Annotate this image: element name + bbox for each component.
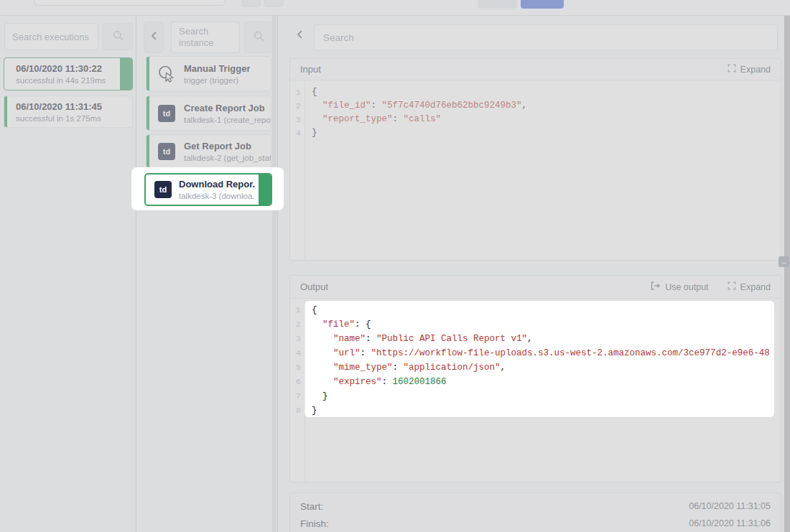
code-gutter: 1 2 3 4: [290, 80, 305, 261]
executions-search-input[interactable]: [4, 23, 98, 50]
code-line: }: [312, 126, 769, 140]
use-output-icon: [651, 281, 661, 292]
code-line: "mime_type": "application/json",: [312, 360, 769, 375]
step-subtitle: talkdesk-1 (create_repor...: [184, 116, 271, 124]
step-card-manual-trigger[interactable]: Manual Trigger trigger (trigger): [146, 56, 271, 91]
step-subtitle: talkdesk-3 (downloa...: [179, 192, 255, 200]
step-title: Manual Trigger: [184, 63, 250, 74]
code-gutter: 1 2 3 4 5 6 7 8: [290, 299, 305, 482]
expand-icon: [728, 64, 736, 75]
code-line: "expires": 1602001866: [312, 375, 769, 389]
execution-title: 06/10/2020 11:30:22: [16, 63, 118, 74]
step-success-strip: [147, 135, 149, 167]
step-success-strip: [147, 96, 149, 130]
panel-resize-bar[interactable]: [784, 16, 790, 532]
output-section: Output Use output Expand 1: [289, 275, 781, 482]
code-line: "report_type": "calls": [312, 113, 769, 126]
output-code-area: { "file": { "name": "Public API Calls Re…: [305, 299, 769, 482]
execution-card[interactable]: 06/10/2020 11:30:22 successful in 44s 21…: [4, 57, 133, 90]
topbar-button-2[interactable]: [264, 0, 284, 7]
start-row: Start: 06/10/2020 11:31:05: [290, 498, 781, 515]
output-expand-button[interactable]: Expand: [728, 281, 771, 292]
steps-scrollbar[interactable]: [272, 16, 276, 532]
steps-search-input[interactable]: Search instance: [171, 22, 240, 53]
use-output-button[interactable]: Use output: [651, 281, 708, 292]
code-line: {: [312, 85, 769, 99]
talkdesk-badge-icon: td: [158, 143, 175, 160]
step-subtitle: talkdesk-2 (get_job_stat...: [184, 154, 271, 162]
chevron-left-icon: [296, 29, 304, 42]
step-card-create-report-job[interactable]: td Create Report Job talkdesk-1 (create_…: [146, 95, 271, 131]
step-card-download-report[interactable]: td Download Repor... talkdesk-3 (downloa…: [144, 173, 272, 206]
resize-handle[interactable]: ↔: [779, 256, 789, 267]
input-code-editor: 1 2 3 4 { "file_id": "5f7c4740d76eb62bbc…: [290, 80, 781, 261]
steps-collapse-button[interactable]: [144, 22, 164, 53]
chevron-left-icon: [150, 31, 158, 44]
code-line: {: [312, 303, 769, 317]
code-line: }: [312, 403, 769, 418]
topbar: [0, 0, 790, 16]
execution-status: successful in 1s 275ms: [16, 114, 118, 123]
execution-success-bar: [120, 58, 132, 90]
step-detail-panel: Input Expand 1 2 3 4 { "file_id": "5f7c4…: [278, 16, 790, 532]
code-line: }: [312, 389, 769, 403]
steps-panel: Search instance Manual Trigger trigger (…: [136, 16, 278, 532]
search-icon: [254, 31, 264, 45]
run-times-footer: Start: 06/10/2020 11:31:05 Finish: 06/10…: [289, 493, 781, 532]
code-line: "url": "https://workflow-file-uploads.s3…: [312, 346, 769, 360]
talkdesk-badge-icon: td: [158, 105, 175, 122]
horizontal-arrows-icon: ↔: [781, 258, 787, 266]
step-title: Get Report Job: [184, 141, 271, 151]
code-line: "file": {: [312, 317, 769, 332]
search-icon: [113, 30, 124, 44]
input-section-title: Input: [300, 64, 321, 75]
detail-collapse-button[interactable]: [291, 26, 308, 46]
code-line: "file_id": "5f7c4740d76eb62bbc9249b3",: [312, 99, 769, 113]
step-subtitle: trigger (trigger): [184, 76, 250, 85]
finish-value: 06/10/2020 11:31:06: [689, 518, 771, 528]
code-line: "name": "Public API Calls Report v1",: [312, 332, 769, 346]
start-value: 06/10/2020 11:31:05: [689, 501, 771, 511]
step-title: Download Repor...: [179, 179, 255, 190]
finish-row: Finish: 06/10/2020 11:31:06: [290, 515, 781, 532]
input-section: Input Expand 1 2 3 4 { "file_id": "5f7c4…: [289, 58, 781, 261]
steps-search-button[interactable]: [244, 22, 273, 53]
workflow-debugger-screen: { "colors": { "green_accent": "#2ba05f",…: [0, 0, 790, 532]
step-title: Create Report Job: [184, 103, 271, 113]
output-code-editor: 1 2 3 4 5 6 7 8 { "file": { "name": "Pub…: [290, 299, 781, 482]
manual-trigger-icon: [157, 64, 177, 84]
input-code-area: { "file_id": "5f7c4740d76eb62bbc9249b3",…: [305, 80, 769, 261]
executions-panel: 06/10/2020 11:30:22 successful in 44s 21…: [0, 16, 136, 532]
execution-status: successful in 44s 219ms: [16, 76, 118, 85]
step-success-strip: [147, 57, 149, 90]
step-card-get-report-job[interactable]: td Get Report Job talkdesk-2 (get_job_st…: [146, 134, 271, 168]
execution-card[interactable]: 06/10/2020 11:31:45 successful in 1s 275…: [4, 95, 133, 128]
talkdesk-badge-icon: td: [154, 181, 172, 198]
execution-title: 06/10/2020 11:31:45: [16, 101, 118, 112]
input-expand-button[interactable]: Expand: [728, 64, 771, 75]
execution-success-strip: [4, 96, 7, 127]
topbar-button-1[interactable]: [242, 0, 261, 7]
output-section-title: Output: [300, 281, 328, 292]
finish-label: Finish:: [300, 518, 329, 529]
topbar-search-input[interactable]: [34, 0, 226, 6]
start-label: Start:: [300, 501, 323, 512]
detail-search-input[interactable]: [314, 24, 778, 51]
step-success-bar: [259, 174, 271, 205]
executions-search-button[interactable]: [103, 23, 133, 50]
topbar-secondary-button[interactable]: [478, 0, 517, 9]
topbar-primary-button[interactable]: [521, 0, 564, 9]
expand-icon: [728, 281, 736, 292]
